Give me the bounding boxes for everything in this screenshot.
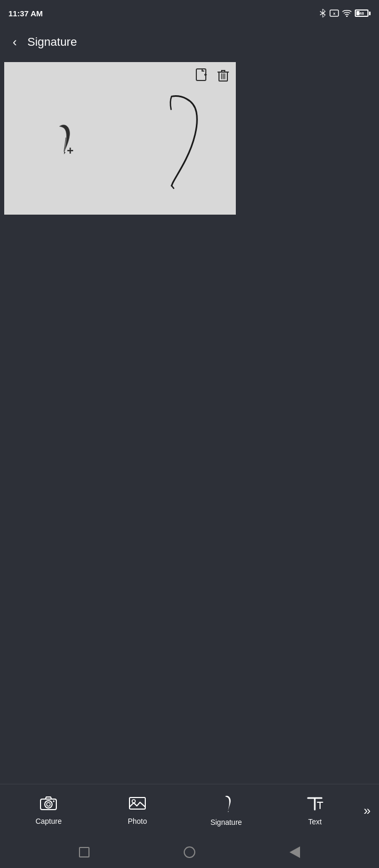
signature-item-card[interactable]: [120, 62, 236, 215]
back-button[interactable]: ‹: [8, 33, 21, 52]
signature-grid: +: [4, 62, 375, 215]
nav-item-capture[interactable]: Capture: [4, 791, 93, 830]
nav-more-button[interactable]: »: [360, 799, 375, 822]
header: ‹ Signature: [0, 26, 379, 58]
status-icons: x 48: [319, 8, 371, 18]
signature-icon: [217, 794, 235, 815]
nav-item-signature[interactable]: Signature: [182, 790, 271, 831]
xbox-icon: x: [330, 9, 339, 17]
add-signature-icon: +: [44, 120, 81, 157]
recents-icon: [79, 847, 89, 857]
nav-item-photo[interactable]: Photo: [93, 791, 182, 830]
main-content: +: [0, 58, 379, 784]
svg-text:+: +: [67, 144, 74, 157]
bluetooth-icon: [319, 8, 326, 18]
android-home-button[interactable]: [179, 842, 200, 863]
signature-drawing: [136, 80, 220, 196]
quill-plus-icon: +: [44, 120, 81, 157]
status-time: 11:37 AM: [8, 9, 43, 18]
add-signature-card[interactable]: +: [4, 62, 120, 215]
photo-label: Photo: [128, 817, 147, 825]
svg-rect-10: [129, 798, 145, 809]
home-icon: [184, 846, 195, 858]
bottom-nav: Capture Photo Signature: [0, 784, 379, 836]
svg-point-8: [47, 803, 51, 806]
text-icon: [306, 795, 324, 814]
android-back-button[interactable]: [284, 842, 305, 863]
android-nav-bar: [0, 836, 379, 868]
more-icon: »: [364, 803, 371, 818]
status-bar: 11:37 AM x 48: [0, 0, 379, 26]
photo-icon: [128, 795, 146, 814]
delete-signature-button[interactable]: [215, 66, 232, 86]
page-title: Signature: [27, 35, 77, 49]
svg-point-7: [45, 801, 52, 808]
svg-text:x: x: [333, 11, 336, 16]
svg-point-9: [53, 801, 55, 802]
camera-icon: [39, 795, 57, 814]
wifi-icon: [342, 9, 352, 17]
android-recents-button[interactable]: [74, 842, 95, 863]
back-icon: [290, 846, 300, 858]
battery-icon: 48: [355, 9, 371, 17]
signature-item-actions: [194, 66, 232, 86]
signature-nav-label: Signature: [211, 818, 242, 826]
text-label: Text: [308, 817, 322, 826]
capture-label: Capture: [35, 817, 62, 825]
svg-point-2: [346, 16, 348, 17]
nav-item-text[interactable]: Text: [271, 791, 360, 830]
export-signature-button[interactable]: [194, 66, 211, 86]
